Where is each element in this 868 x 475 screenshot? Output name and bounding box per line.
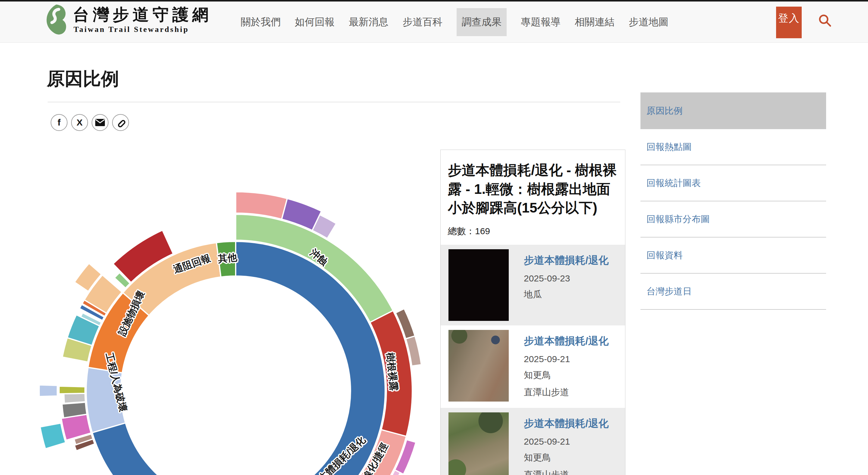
x-twitter-icon: X <box>76 117 83 128</box>
nav-item-about[interactable]: 關於我們 <box>241 8 281 36</box>
nav-item-news[interactable]: 最新消息 <box>349 8 389 36</box>
sunburst-segment[interactable] <box>64 394 85 403</box>
share-x-button[interactable]: X <box>71 114 88 131</box>
report-trail: 直潭山步道 <box>524 469 609 475</box>
report-reporter: 知更鳥 <box>524 451 609 464</box>
share-copy-link-button[interactable] <box>112 114 129 131</box>
report-list-item[interactable]: 步道本體損耗/退化 2025-09-21 知更鳥 直潭山步道 <box>441 408 625 475</box>
nav-item-features[interactable]: 專題報導 <box>521 8 561 36</box>
section-sidebar: 原因比例 回報熱點圖 回報統計圖表 回報縣市分布圖 回報資料 台灣步道日 <box>641 93 826 310</box>
site-logo-title[interactable]: 台灣步道守護網 <box>73 4 212 26</box>
report-photo[interactable] <box>448 330 509 402</box>
sunburst-svg <box>0 169 440 475</box>
report-list-item[interactable]: 步道本體損耗/退化 2025-09-23 地瓜 <box>441 245 625 326</box>
report-date: 2025-09-21 <box>524 354 609 364</box>
chart-segment-label: 其他 <box>217 251 238 266</box>
report-type-link[interactable]: 步道本體損耗/退化 <box>524 417 609 431</box>
main-nav: 關於我們 如何回報 最新消息 步道百科 調查成果 專題報導 相關連結 步道地圖 <box>241 1 669 43</box>
sidebar-item-cause-proportion[interactable]: 原因比例 <box>641 93 826 129</box>
nav-item-links[interactable]: 相關連結 <box>575 8 615 36</box>
login-button[interactable]: 登入 <box>776 7 802 38</box>
search-icon <box>817 13 833 29</box>
sunburst-segment[interactable] <box>59 386 85 394</box>
link-icon <box>115 117 126 128</box>
nav-item-wiki[interactable]: 步道百科 <box>403 8 442 36</box>
report-photo[interactable] <box>448 412 509 475</box>
site-header: 台灣步道守護網 Taiwan Trail Stewardship 關於我們 如何… <box>0 1 868 43</box>
report-type-link[interactable]: 步道本體損耗/退化 <box>524 253 609 267</box>
nav-item-trail-map[interactable]: 步道地圖 <box>629 8 669 36</box>
report-reporter: 地瓜 <box>524 289 609 301</box>
cause-proportion-sunburst-chart: 沖蝕樹根裸露綠線化/捷徑步道本體損耗/退化工程/人為破壞設施物損壞通阻回報其他 <box>0 169 440 475</box>
nav-item-report[interactable]: 如何回報 <box>295 8 335 36</box>
report-date: 2025-09-23 <box>524 273 609 283</box>
sidebar-item-report-heatmap[interactable]: 回報熱點圖 <box>641 129 826 165</box>
selected-segment-title: 步道本體損耗/退化 - 樹根裸露 - 1.輕微：樹根露出地面小於腳踝高(15公分… <box>441 150 625 217</box>
share-email-button[interactable] <box>92 114 108 131</box>
sidebar-item-report-data[interactable]: 回報資料 <box>641 238 826 274</box>
report-type-link[interactable]: 步道本體損耗/退化 <box>524 334 609 348</box>
page-title: 原因比例 <box>47 67 119 91</box>
share-buttons: f X <box>51 114 129 131</box>
report-list-item[interactable]: 步道本體損耗/退化 2025-09-21 知更鳥 直潭山步道 <box>441 326 625 408</box>
sunburst-segment[interactable] <box>39 385 57 397</box>
sidebar-item-taiwan-trail-day[interactable]: 台灣步道日 <box>641 274 826 310</box>
email-icon <box>95 118 105 127</box>
search-button[interactable] <box>817 13 833 29</box>
report-photo[interactable] <box>448 249 509 321</box>
report-reporter: 知更鳥 <box>524 369 609 381</box>
facebook-icon: f <box>58 117 61 128</box>
sidebar-item-county-distribution[interactable]: 回報縣市分布圖 <box>641 201 826 238</box>
share-facebook-button[interactable]: f <box>51 114 67 131</box>
report-trail: 直潭山步道 <box>524 386 609 399</box>
total-count: 總數：169 <box>441 217 625 245</box>
report-date: 2025-09-21 <box>524 437 609 447</box>
nav-item-survey-results[interactable]: 調查成果 <box>457 8 507 36</box>
sidebar-item-report-statistics[interactable]: 回報統計圖表 <box>641 165 826 201</box>
logo-icon[interactable] <box>45 4 66 39</box>
sunburst-segment[interactable] <box>40 423 66 449</box>
report-detail-panel: 步道本體損耗/退化 - 樹根裸露 - 1.輕微：樹根露出地面小於腳踝高(15公分… <box>440 149 625 475</box>
title-divider <box>48 102 620 102</box>
site-logo-subtitle: Taiwan Trail Stewardship <box>73 25 189 34</box>
